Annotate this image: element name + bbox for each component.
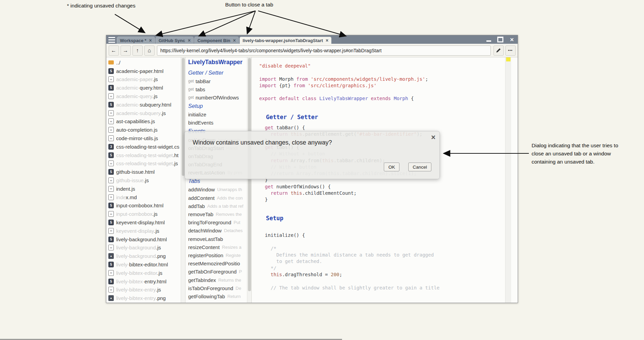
method-name: registerPosition	[188, 252, 223, 258]
file-row[interactable]: 3css-reloading-test-widget.cs	[108, 143, 181, 151]
method-name: tabs	[196, 87, 205, 92]
file-row[interactable]: 5css-reloading-test-widget.ht	[108, 151, 181, 159]
back-button[interactable]: ←	[109, 45, 119, 56]
file-name-part: bibtex-editor.html	[129, 262, 168, 267]
code-token: /*	[259, 246, 276, 251]
file-row[interactable]: 5input-combobox.html	[108, 202, 181, 210]
outline-method-item[interactable]: gettabs	[188, 85, 247, 93]
file-row[interactable]: ‹›ast-capabilities.js	[108, 117, 181, 126]
file-name-part: .js	[156, 245, 161, 250]
outline-method-item[interactable]: detachWindowDetaches	[188, 227, 247, 235]
code-pane[interactable]: "disable deepeval" import Morph from 'sr…	[252, 57, 518, 303]
js-file-icon: ‹›	[108, 118, 114, 124]
file-row[interactable]: ▲lively-background.png	[108, 252, 181, 260]
file-row[interactable]: ‹›academic-query.js	[108, 92, 181, 100]
ok-button[interactable]: OK	[384, 163, 399, 171]
outline-method-item[interactable]: removeLastTab	[188, 235, 247, 243]
content-area: ../5academic-paper.html‹›academic-paper.…	[106, 57, 518, 303]
outline-method-item[interactable]: gettabBar	[188, 77, 247, 85]
edit-button[interactable]	[494, 45, 504, 56]
maximize-button[interactable]	[497, 37, 503, 43]
tab-close-button[interactable]: ×	[233, 38, 236, 43]
outline-method-item[interactable]: getTabOnForegroundP	[188, 268, 247, 276]
file-row[interactable]: 5lively-bibtex-entry.html	[108, 277, 181, 286]
cancel-button[interactable]: Cancel	[408, 163, 431, 171]
file-row[interactable]: ‹›academic-subquery.js	[108, 109, 181, 117]
file-row[interactable]: ≡index.md	[108, 193, 181, 202]
file-row[interactable]: ‹›lively-bibtex-editor.js	[108, 269, 181, 277]
code-line: import {pt} from 'src/client/graphics.js…	[259, 82, 504, 89]
outline-method-item[interactable]: initialize	[188, 111, 247, 119]
outline-method-item[interactable]: bringToForegroundPut	[188, 219, 247, 227]
window-controls: ×	[483, 35, 518, 44]
forward-button[interactable]: →	[121, 45, 131, 56]
home-button[interactable]: ⌂	[144, 45, 155, 56]
file-name-part: ../	[116, 60, 121, 65]
file-row[interactable]: ‹›input-combobox.js	[108, 210, 181, 218]
outline-method-item[interactable]: removeTabRemoves the	[188, 210, 247, 218]
tab-label: lively-tabs-wrapper.js#onTabDragStart	[243, 38, 323, 43]
file-name-part: .ht	[173, 152, 179, 158]
dialog-close-button[interactable]: ×	[431, 134, 435, 141]
file-row[interactable]: ../	[108, 58, 181, 67]
minimize-button[interactable]	[486, 37, 492, 43]
tab-component-bin[interactable]: Component Bin×	[194, 37, 239, 44]
code-scrollbar[interactable]	[505, 57, 511, 303]
file-row[interactable]: 5academic-subquery.html	[108, 100, 181, 109]
code-token	[259, 125, 265, 130]
file-row[interactable]: 5lively-background.html	[108, 235, 181, 244]
outline-method-item[interactable]: resizeContentResizes a	[188, 243, 247, 251]
more-button[interactable]: •••	[505, 45, 516, 56]
outline-method-item[interactable]: highlightUnsavedChan	[188, 301, 247, 303]
file-row[interactable]: ‹›keyevent-display.js	[108, 227, 181, 235]
file-name-part: lively-bibtex-entry	[116, 287, 156, 292]
method-doc: Removes the	[216, 212, 242, 217]
tab-close-button[interactable]: ×	[188, 38, 191, 43]
file-list-scrollbar[interactable]	[181, 57, 185, 303]
tab-close-button[interactable]: ×	[149, 38, 152, 43]
outline-method-item[interactable]: getFollowingTabReturn	[188, 292, 247, 300]
url-input[interactable]	[157, 45, 491, 56]
up-button[interactable]: ↑	[132, 45, 143, 56]
annotation-dialog-note: Dialog indicating that the user tries to…	[532, 141, 644, 166]
file-name-part: x.md	[126, 194, 137, 200]
menu-icon[interactable]	[108, 37, 115, 43]
code-token	[308, 76, 310, 82]
file-row[interactable]: 5github-issue.html	[108, 168, 181, 176]
html-file-icon: 5	[108, 152, 114, 158]
tab-lively-tabs-wrapper-js-ontabdragstart[interactable]: lively-tabs-wrapper.js#onTabDragStart×	[239, 37, 332, 44]
tab-github-sync[interactable]: GitHub Sync×	[156, 37, 194, 44]
file-row[interactable]: ‹›indent.js	[108, 185, 181, 193]
tab-workspace-[interactable]: Workspace *×	[117, 37, 155, 44]
outline-method-item[interactable]: addContentAdds the con	[188, 194, 247, 202]
file-row[interactable]: ‹›academic-paper.js	[108, 75, 181, 84]
file-row[interactable]: ‹›lively-background.js	[108, 244, 181, 252]
js-file-icon: ‹›	[108, 287, 114, 292]
file-row[interactable]: 5academic-paper.html	[108, 67, 181, 75]
file-row[interactable]: ‹›lively-bibtex-entry.js	[108, 286, 181, 294]
css-file-icon: 3	[108, 144, 114, 150]
outline-method-item[interactable]: registerPositionRegiste	[188, 251, 247, 259]
method-list-scrollbar[interactable]	[247, 57, 251, 303]
tab-close-button[interactable]: ×	[326, 38, 328, 43]
outline-method-item[interactable]: getnumberOfWindows	[188, 93, 247, 101]
file-name-part: .js	[153, 211, 158, 217]
file-row[interactable]: 5academic-query.html	[108, 83, 181, 92]
outline-method-item[interactable]: addTabAdds a tab that ref	[188, 202, 247, 210]
outline-method-item[interactable]: bindEvents	[188, 119, 247, 127]
method-name: detachWindow	[188, 228, 221, 233]
file-row[interactable]: 5keyevent-display.html	[108, 218, 181, 227]
file-row[interactable]: ‹›code-mirror-utils.js	[108, 134, 181, 143]
outline-method-item[interactable]: resetMemoziredPositio	[188, 260, 247, 268]
file-row[interactable]: ‹›css-reloading-test-widget.js	[108, 159, 181, 168]
file-row[interactable]: 5lively-bibtex-editor.html	[108, 260, 181, 269]
outline-method-item[interactable]: getTabIndexReturns the	[188, 276, 247, 284]
file-row[interactable]: ‹›auto-completion.js	[108, 126, 181, 134]
dialog-message: Window contains unsaved changes, close a…	[193, 139, 332, 146]
file-row[interactable]: ‹›github-issue.js	[108, 176, 181, 185]
outline-method-item[interactable]: isTabOnForegroundDe	[188, 284, 247, 292]
window-close-button[interactable]: ×	[509, 37, 515, 43]
outline-method-item[interactable]: addWindowUnwrapps th	[188, 186, 247, 194]
file-row[interactable]: ▲lively-bibtex-entry.png	[108, 294, 181, 302]
method-name: getTabOnForeground	[188, 269, 237, 275]
